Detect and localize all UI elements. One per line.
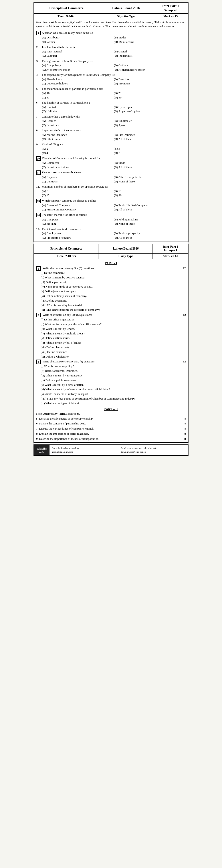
sub-text: What is meant by a circular letter? (44, 383, 84, 386)
sub-text: Define partnership. (46, 280, 68, 284)
essay-q-num-label: 2 Write short answers to any Six (6) que… (36, 266, 95, 271)
essay-q-instruction: Write short notes on any Six (6) questio… (43, 313, 92, 316)
option: (C) Contracts (42, 179, 114, 184)
option: (A) 10 (42, 91, 114, 95)
option: (B) Trade (114, 161, 186, 165)
sub-roman: (vii) (41, 392, 45, 396)
question-number-6: 6. (36, 100, 41, 105)
sub-question: (ii) What is meant by positive science? (41, 275, 186, 280)
objective-question-4: 4. The responsibility for management of … (36, 73, 186, 86)
objective-note: Note: Four possible answers A, B, C and … (34, 19, 188, 30)
question-number-4: 4. (36, 73, 41, 77)
sub-roman: (viii) (41, 397, 46, 400)
option: (A) Limited (42, 105, 114, 109)
sub-roman: (v) (41, 336, 44, 340)
objective-question-15: 15. The international trade increases :(… (36, 227, 186, 240)
objective-questions-section: 1 A person who deals in ready-made items… (34, 30, 188, 242)
sub-roman: (iv) (41, 332, 45, 335)
part2-heading: PART – II (36, 408, 186, 411)
question-text: Which company can issue the shares to pu… (42, 199, 96, 202)
essay-header-table: Principles of Commerce Lahore Board 2016… (34, 244, 188, 259)
part2-question: 9. Describe the importance of means of t… (36, 437, 186, 441)
footer-left-email[interactable]: admin@talabilm.com (52, 450, 117, 454)
option: (A) 2 (42, 147, 114, 151)
sub-roman: (vii) (41, 299, 45, 302)
option: (D) All of these (114, 236, 186, 240)
question-number-2: 2. (36, 45, 41, 49)
question-number-15: 15. (36, 227, 41, 231)
option: (C) Industrialist (42, 123, 114, 128)
objective-question-12: 12. Minimum number of members in co-oper… (36, 184, 186, 197)
sub-roman: (i) (41, 271, 43, 274)
objective-question-7: 7. Consumer has a direct link with :(A) … (36, 115, 186, 128)
question-number-13: 13 (36, 199, 41, 203)
option: (B) Public Limited Company (114, 203, 186, 208)
option: (A) 8 (42, 189, 114, 193)
objective-question-11: 11 Due to correspondence a business :(A)… (36, 170, 186, 184)
sub-roman: (iv) (41, 378, 45, 382)
option: (B) Optional (114, 63, 186, 67)
sub-roman: (ix) (41, 355, 45, 358)
sub-question: (vii) State the merits of railway transp… (41, 392, 186, 397)
sub-question: (iii) What is meant by tender? (41, 327, 186, 331)
part2-question: 5. Describe the advantages of sole propr… (36, 416, 186, 421)
essay-q4: 4 Write short answers to any SIX (6) que… (36, 359, 186, 406)
option: (D) None of these (114, 179, 186, 184)
footer-right-url[interactable]: talabilm.com/send-papers (121, 450, 186, 454)
sub-text: Name four kinds of co-operative society. (45, 285, 93, 288)
sub-question: (vi) What is meant by bill of sight? (41, 340, 186, 345)
page-container: Principles of Commerce Lahore Board 2016… (33, 2, 189, 456)
option: (C) Debenture holders (42, 81, 114, 86)
sub-text: State the merits of railway transport. (46, 392, 89, 396)
option: (D) All of these (114, 137, 186, 141)
question-text: Just like blood in business is : (42, 45, 76, 49)
sub-text: What is insurance policy? (44, 365, 74, 368)
option: (B) Wholesaler (114, 119, 186, 123)
sub-roman: (iii) (41, 280, 45, 284)
sub-roman: (vi) (41, 294, 45, 298)
sub-text: Define consumer. (47, 350, 67, 353)
sub-roman: (iv) (41, 285, 45, 288)
option: (C) Private Limited Company (42, 207, 114, 212)
sub-text: What is meant by multiple shops? (45, 332, 85, 335)
sub-text: Define commerce. (44, 271, 65, 274)
sub-text: What is meant by home trade? (47, 304, 82, 307)
sub-text: What are two main qualities of an office… (45, 322, 101, 326)
sub-roman: (iii) (41, 327, 45, 331)
question-text: Chamber of Commerce and Industry is form… (42, 156, 101, 160)
option: (D) Promoters (114, 81, 186, 86)
question-text: Consumer has a direct link with : (42, 115, 80, 118)
option: (B) Trader (114, 35, 186, 40)
sub-text: What are the types of letters? (45, 402, 79, 405)
sub-question: (ix) Define a wholesaler. (41, 354, 186, 359)
sub-question: (viii) Define consumer. (41, 350, 186, 354)
objective-question-14: 14 The latest machine for office is call… (36, 213, 186, 226)
sub-question: (v) What is meant by a circular letter? (41, 383, 186, 388)
part2-questions: 5. Describe the advantages of sole propr… (36, 416, 186, 441)
option: (D) 20 (114, 193, 186, 197)
sub-text: Define joint stock company. (44, 289, 77, 293)
option: (B) Directors (114, 77, 186, 82)
part2-q-marks: 8 (181, 421, 186, 426)
question-text: The registration of Joint Stock Company … (42, 59, 93, 63)
essay-q-num-label: 3 Write short notes on any Six (6) quest… (36, 313, 92, 317)
option: (C) Molding (42, 222, 114, 226)
option: (B) Public's prosperity (114, 231, 186, 236)
option: (C) 15 (42, 193, 114, 197)
sub-roman: (i) (41, 365, 43, 368)
sub-text: What is meant by air transport? (46, 374, 82, 377)
part2-q-text: 9. Describe the importance of means of t… (36, 437, 181, 441)
question-text: The liability of partners in partnership… (42, 101, 90, 104)
sub-question: (viii) State any four points of constitu… (41, 397, 186, 401)
sub-text: What is meant by reference number in an … (45, 388, 110, 391)
question-text: The responsibility for management of Joi… (42, 73, 115, 76)
option: (B) 10 (114, 189, 186, 193)
question-number-7: 7. (36, 115, 41, 119)
question-text: Due to correspondence a business : (42, 170, 83, 174)
board-year: Lahore Board 2016 (99, 3, 153, 13)
sub-question: (ii) Define accidental insurance. (41, 369, 186, 373)
option: (C) 30 (42, 95, 114, 100)
sub-roman: (ix) (41, 308, 45, 311)
footer-logo: Talabilm تعلابلم (34, 445, 50, 455)
option: (A) Expands (42, 175, 114, 179)
